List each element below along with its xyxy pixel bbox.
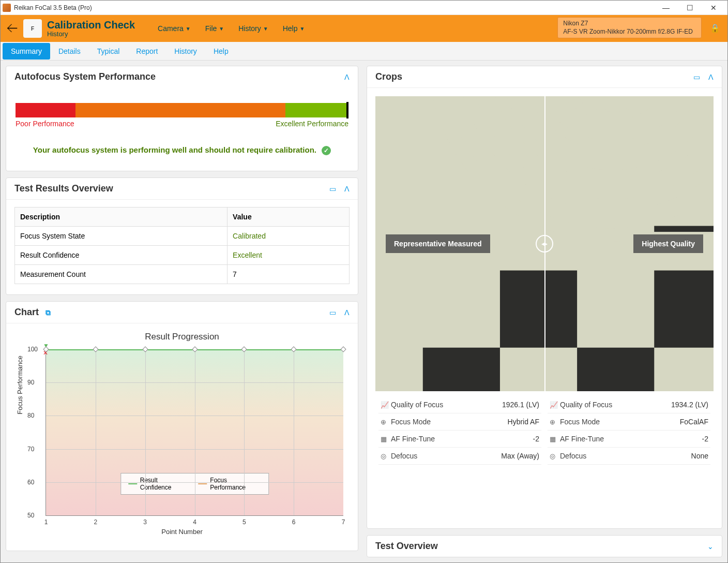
- check-icon: ✓: [322, 146, 331, 155]
- overview-panel: Test Results Overview ▭ ꓥ Description Va…: [6, 177, 358, 295]
- menu-history[interactable]: History▼: [231, 21, 275, 36]
- target-icon: ⊕: [381, 418, 391, 426]
- slider-icon: ▦: [550, 435, 560, 443]
- svg-rect-8: [500, 271, 577, 348]
- chevron-down-icon[interactable]: ⌄: [707, 542, 714, 551]
- window-icon[interactable]: ▭: [329, 185, 336, 193]
- panel-title: Chart ⧉: [14, 307, 321, 318]
- page-title: Calibration Check: [47, 20, 135, 30]
- panel-title: Autofocus System Performance: [14, 71, 336, 82]
- tab-help[interactable]: Help: [205, 43, 237, 60]
- menu-file[interactable]: File▼: [198, 21, 231, 36]
- panel-title: Test Overview: [375, 541, 699, 552]
- tab-history[interactable]: History: [166, 43, 205, 60]
- page-subtitle: History: [47, 30, 135, 38]
- svg-rect-7: [423, 348, 500, 391]
- back-button[interactable]: 🡠: [7, 22, 18, 35]
- target-icon: ⊕: [550, 418, 560, 426]
- device-lens: AF-S VR Zoom-Nikkor 70-200mm f/2.8G IF-E…: [563, 28, 693, 36]
- crops-metrics: 📈Quality of Focus1926.1 (LV) ⊕Focus Mode…: [375, 396, 714, 465]
- main-menu: Camera▼ File▼ History▼ Help▼: [150, 21, 312, 36]
- table-row: Measurement Count7: [15, 265, 350, 284]
- overview-table: Description Value Focus System StateCali…: [14, 207, 350, 284]
- app-logo: F: [23, 19, 42, 38]
- slider-handle[interactable]: ◂▸: [536, 235, 553, 253]
- autofocus-panel: Autofocus System Performance ꓥ Poor Perf…: [6, 66, 358, 171]
- chevron-up-icon[interactable]: ꓥ: [708, 73, 714, 81]
- tabs-bar: Summary Details Typical Report History H…: [1, 42, 727, 61]
- lock-icon[interactable]: 🔒: [710, 23, 720, 33]
- caret-down-icon: ▼: [299, 26, 305, 32]
- y-axis-title: Focus Performance: [16, 355, 24, 414]
- window-icon[interactable]: ▭: [693, 73, 700, 81]
- window-title: Reikan FoCal 3.5 Beta (Pro): [14, 4, 654, 11]
- chevron-up-icon[interactable]: ꓥ: [344, 308, 350, 317]
- device-info[interactable]: Nikon Z7 AF-S VR Zoom-Nikkor 70-200mm f/…: [557, 17, 702, 38]
- title-bar: Reikan FoCal 3.5 Beta (Pro) — ☐ ✕: [1, 1, 727, 15]
- caret-down-icon: ▼: [219, 26, 224, 32]
- table-header-row: Description Value: [15, 208, 350, 227]
- chart-title: Result Progression: [16, 332, 348, 342]
- chart-icon: 📈: [381, 401, 391, 409]
- maximize-button[interactable]: ☐: [678, 4, 702, 12]
- table-row: Result ConfidenceExcellent: [15, 246, 350, 265]
- performance-message: Your autofocus system is performing well…: [6, 135, 358, 171]
- performance-bar: [16, 103, 348, 117]
- tab-typical[interactable]: Typical: [89, 43, 128, 60]
- copy-icon[interactable]: ⧉: [46, 308, 51, 317]
- performance-marker: [346, 102, 348, 118]
- chart-icon: 📈: [550, 401, 560, 409]
- poor-label: Poor Performance: [16, 120, 74, 128]
- svg-rect-10: [654, 271, 714, 348]
- svg-rect-11: [654, 226, 714, 232]
- caret-down-icon: ▼: [263, 26, 268, 32]
- app-icon: [3, 4, 11, 12]
- circle-icon: ◎: [381, 452, 391, 460]
- menu-help[interactable]: Help▼: [276, 21, 312, 36]
- chart-panel: Chart ⧉ ▭ ꓥ Result Progression Focus Per…: [6, 301, 358, 551]
- caret-down-icon: ▼: [186, 26, 191, 32]
- svg-rect-9: [577, 348, 654, 391]
- chevron-up-icon[interactable]: ꓥ: [344, 73, 350, 81]
- minimize-button[interactable]: —: [654, 4, 678, 12]
- panel-title: Crops: [375, 71, 685, 82]
- excellent-label: Excellent Performance: [276, 120, 348, 128]
- menu-camera[interactable]: Camera▼: [150, 21, 198, 36]
- close-button[interactable]: ✕: [702, 4, 725, 12]
- image-compare[interactable]: ◂▸ Representative Measured Highest Quali…: [375, 96, 714, 391]
- tab-report[interactable]: Report: [128, 43, 166, 60]
- slider-icon: ▦: [381, 435, 391, 443]
- x-axis-title: Point Number: [161, 528, 202, 536]
- table-row: Focus System StateCalibrated: [15, 227, 350, 246]
- chevron-up-icon[interactable]: ꓥ: [344, 185, 350, 193]
- test-overview-panel[interactable]: Test Overview ⌄: [367, 535, 722, 557]
- panel-title: Test Results Overview: [14, 183, 321, 194]
- right-image-label: Highest Quality: [633, 234, 703, 253]
- window-icon[interactable]: ▭: [329, 308, 336, 317]
- device-camera: Nikon Z7: [563, 20, 693, 28]
- circle-icon: ◎: [550, 452, 560, 460]
- left-image-label: Representative Measured: [386, 234, 490, 253]
- crops-panel: Crops ▭ ꓥ: [367, 66, 722, 529]
- tab-summary[interactable]: Summary: [3, 43, 50, 60]
- tab-details[interactable]: Details: [50, 43, 89, 60]
- chart-plot[interactable]: Focus Performance ▼✕ Result Confidence F…: [16, 344, 348, 536]
- header-bar: 🡠 F Calibration Check History Camera▼ Fi…: [1, 15, 727, 42]
